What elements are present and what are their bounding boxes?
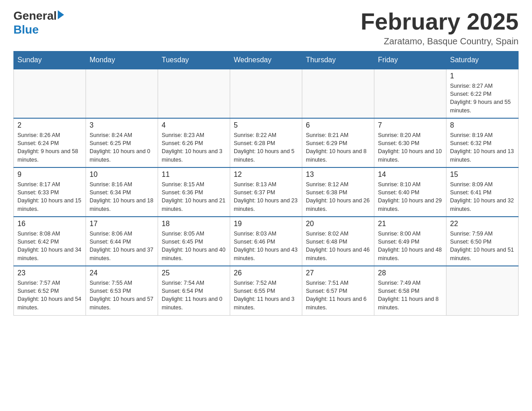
- calendar-cell: 10Sunrise: 8:16 AM Sunset: 6:34 PM Dayli…: [86, 167, 158, 217]
- cell-day-number: 5: [234, 121, 298, 129]
- logo-blue-text: Blue: [13, 23, 39, 37]
- calendar-title: February 2025: [360, 9, 519, 34]
- logo-stack: General Blue: [13, 9, 64, 37]
- calendar-cell: 5Sunrise: 8:22 AM Sunset: 6:28 PM Daylig…: [230, 118, 302, 167]
- calendar-body: 1Sunrise: 8:27 AM Sunset: 6:22 PM Daylig…: [14, 69, 519, 315]
- title-block: February 2025 Zaratamo, Basque Country, …: [360, 9, 519, 47]
- calendar-week-2: 9Sunrise: 8:17 AM Sunset: 6:33 PM Daylig…: [14, 167, 519, 217]
- calendar-subtitle: Zaratamo, Basque Country, Spain: [360, 36, 519, 47]
- calendar-cell: [14, 69, 86, 118]
- calendar-cell: 3Sunrise: 8:24 AM Sunset: 6:25 PM Daylig…: [86, 118, 158, 167]
- cell-day-info: Sunrise: 8:03 AM Sunset: 6:46 PM Dayligh…: [234, 230, 298, 262]
- cell-day-number: 14: [378, 171, 442, 179]
- cell-day-info: Sunrise: 8:24 AM Sunset: 6:25 PM Dayligh…: [90, 131, 154, 164]
- calendar-cell: 14Sunrise: 8:10 AM Sunset: 6:40 PM Dayli…: [374, 167, 446, 217]
- calendar-cell: [230, 69, 302, 118]
- cell-day-info: Sunrise: 8:27 AM Sunset: 6:22 PM Dayligh…: [450, 82, 515, 115]
- cell-day-number: 26: [234, 269, 298, 277]
- calendar-cell: [86, 69, 158, 118]
- cell-day-number: 7: [378, 121, 442, 129]
- cell-day-number: 27: [306, 269, 370, 277]
- cell-day-number: 17: [90, 220, 154, 228]
- calendar-cell: 18Sunrise: 8:05 AM Sunset: 6:45 PM Dayli…: [158, 217, 230, 266]
- cell-day-info: Sunrise: 8:13 AM Sunset: 6:37 PM Dayligh…: [234, 180, 298, 213]
- cell-day-info: Sunrise: 8:02 AM Sunset: 6:48 PM Dayligh…: [306, 230, 370, 262]
- cell-day-info: Sunrise: 7:57 AM Sunset: 6:52 PM Dayligh…: [17, 279, 82, 312]
- cell-day-number: 24: [90, 269, 154, 277]
- day-header-wednesday: Wednesday: [230, 51, 302, 69]
- cell-day-info: Sunrise: 8:05 AM Sunset: 6:45 PM Dayligh…: [162, 230, 226, 262]
- cell-day-number: 20: [306, 220, 370, 228]
- cell-day-number: 9: [17, 171, 82, 179]
- calendar-cell: 27Sunrise: 7:51 AM Sunset: 6:57 PM Dayli…: [302, 266, 374, 315]
- page-header: General Blue February 2025 Zaratamo, Bas…: [13, 9, 519, 47]
- calendar-week-1: 2Sunrise: 8:26 AM Sunset: 6:24 PM Daylig…: [14, 118, 519, 167]
- calendar-week-4: 23Sunrise: 7:57 AM Sunset: 6:52 PM Dayli…: [14, 266, 519, 315]
- day-header-sunday: Sunday: [14, 51, 86, 69]
- cell-day-number: 22: [450, 220, 515, 228]
- calendar-week-3: 16Sunrise: 8:08 AM Sunset: 6:42 PM Dayli…: [14, 217, 519, 266]
- cell-day-number: 21: [378, 220, 442, 228]
- cell-day-info: Sunrise: 8:06 AM Sunset: 6:44 PM Dayligh…: [90, 230, 154, 262]
- cell-day-info: Sunrise: 8:16 AM Sunset: 6:34 PM Dayligh…: [90, 180, 154, 213]
- day-header-tuesday: Tuesday: [158, 51, 230, 69]
- day-header-thursday: Thursday: [302, 51, 374, 69]
- calendar-week-0: 1Sunrise: 8:27 AM Sunset: 6:22 PM Daylig…: [14, 69, 519, 118]
- calendar-table: SundayMondayTuesdayWednesdayThursdayFrid…: [13, 51, 519, 316]
- calendar-cell: 15Sunrise: 8:09 AM Sunset: 6:41 PM Dayli…: [446, 167, 519, 217]
- cell-day-info: Sunrise: 8:00 AM Sunset: 6:49 PM Dayligh…: [378, 230, 442, 262]
- header-row: SundayMondayTuesdayWednesdayThursdayFrid…: [14, 51, 519, 69]
- cell-day-info: Sunrise: 7:49 AM Sunset: 6:58 PM Dayligh…: [378, 279, 442, 312]
- cell-day-info: Sunrise: 8:12 AM Sunset: 6:38 PM Dayligh…: [306, 180, 370, 213]
- calendar-cell: 17Sunrise: 8:06 AM Sunset: 6:44 PM Dayli…: [86, 217, 158, 266]
- calendar-cell: 25Sunrise: 7:54 AM Sunset: 6:54 PM Dayli…: [158, 266, 230, 315]
- cell-day-number: 2: [17, 121, 82, 129]
- cell-day-number: 16: [17, 220, 82, 228]
- cell-day-info: Sunrise: 7:51 AM Sunset: 6:57 PM Dayligh…: [306, 279, 370, 312]
- cell-day-number: 25: [162, 269, 226, 277]
- day-header-saturday: Saturday: [446, 51, 519, 69]
- cell-day-number: 18: [162, 220, 226, 228]
- cell-day-number: 12: [234, 171, 298, 179]
- cell-day-number: 19: [234, 220, 298, 228]
- cell-day-number: 3: [90, 121, 154, 129]
- cell-day-number: 28: [378, 269, 442, 277]
- calendar-cell: 13Sunrise: 8:12 AM Sunset: 6:38 PM Dayli…: [302, 167, 374, 217]
- day-header-friday: Friday: [374, 51, 446, 69]
- calendar-cell: 2Sunrise: 8:26 AM Sunset: 6:24 PM Daylig…: [14, 118, 86, 167]
- calendar-cell: 6Sunrise: 8:21 AM Sunset: 6:29 PM Daylig…: [302, 118, 374, 167]
- cell-day-info: Sunrise: 7:52 AM Sunset: 6:55 PM Dayligh…: [234, 279, 298, 312]
- calendar-cell: 7Sunrise: 8:20 AM Sunset: 6:30 PM Daylig…: [374, 118, 446, 167]
- cell-day-info: Sunrise: 8:19 AM Sunset: 6:32 PM Dayligh…: [450, 131, 515, 164]
- cell-day-number: 13: [306, 171, 370, 179]
- cell-day-number: 8: [450, 121, 515, 129]
- calendar-cell: [158, 69, 230, 118]
- calendar-cell: 21Sunrise: 8:00 AM Sunset: 6:49 PM Dayli…: [374, 217, 446, 266]
- calendar-cell: 4Sunrise: 8:23 AM Sunset: 6:26 PM Daylig…: [158, 118, 230, 167]
- cell-day-info: Sunrise: 8:26 AM Sunset: 6:24 PM Dayligh…: [17, 131, 82, 164]
- cell-day-info: Sunrise: 8:21 AM Sunset: 6:29 PM Dayligh…: [306, 131, 370, 164]
- cell-day-info: Sunrise: 8:08 AM Sunset: 6:42 PM Dayligh…: [17, 230, 82, 262]
- cell-day-number: 15: [450, 171, 515, 179]
- calendar-cell: 8Sunrise: 8:19 AM Sunset: 6:32 PM Daylig…: [446, 118, 519, 167]
- calendar-cell: 26Sunrise: 7:52 AM Sunset: 6:55 PM Dayli…: [230, 266, 302, 315]
- cell-day-number: 4: [162, 121, 226, 129]
- logo-arrow-icon: [58, 10, 64, 19]
- cell-day-number: 10: [90, 171, 154, 179]
- calendar-cell: [302, 69, 374, 118]
- cell-day-info: Sunrise: 7:54 AM Sunset: 6:54 PM Dayligh…: [162, 279, 226, 312]
- cell-day-number: 6: [306, 121, 370, 129]
- calendar-cell: 16Sunrise: 8:08 AM Sunset: 6:42 PM Dayli…: [14, 217, 86, 266]
- calendar-cell: 12Sunrise: 8:13 AM Sunset: 6:37 PM Dayli…: [230, 167, 302, 217]
- calendar-header: SundayMondayTuesdayWednesdayThursdayFrid…: [14, 51, 519, 69]
- cell-day-number: 23: [17, 269, 82, 277]
- calendar-cell: 28Sunrise: 7:49 AM Sunset: 6:58 PM Dayli…: [374, 266, 446, 315]
- cell-day-info: Sunrise: 8:22 AM Sunset: 6:28 PM Dayligh…: [234, 131, 298, 164]
- cell-day-info: Sunrise: 8:17 AM Sunset: 6:33 PM Dayligh…: [17, 180, 82, 213]
- cell-day-info: Sunrise: 7:59 AM Sunset: 6:50 PM Dayligh…: [450, 230, 515, 262]
- calendar-cell: 23Sunrise: 7:57 AM Sunset: 6:52 PM Dayli…: [14, 266, 86, 315]
- calendar-cell: 11Sunrise: 8:15 AM Sunset: 6:36 PM Dayli…: [158, 167, 230, 217]
- logo: General Blue: [13, 9, 64, 37]
- calendar-cell: [374, 69, 446, 118]
- calendar-cell: 1Sunrise: 8:27 AM Sunset: 6:22 PM Daylig…: [446, 69, 519, 118]
